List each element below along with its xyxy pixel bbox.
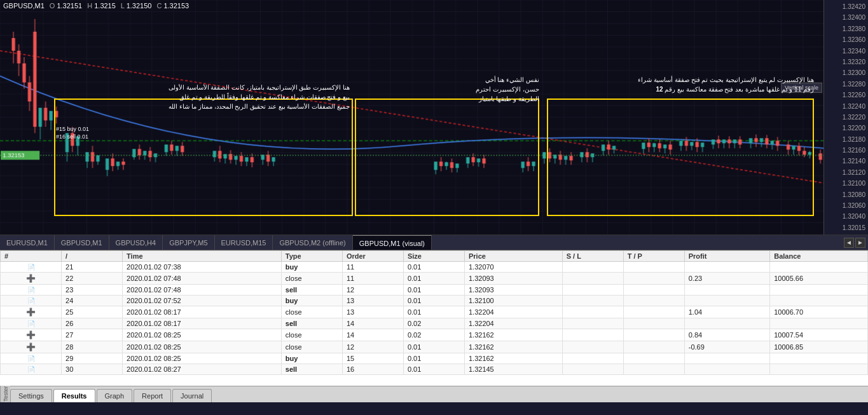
col-header--: / (62, 251, 123, 262)
bottom-tab-results[interactable]: Results (53, 389, 95, 402)
table-body: 📄212020.01.02 07:38buy110.011.32070➕2220… (1, 262, 868, 375)
bottom-tab-settings[interactable]: Settings (10, 389, 52, 402)
row-sl (562, 329, 623, 341)
row-time: 2020.01.02 08:25 (123, 353, 282, 364)
price-label: 1.32140 (824, 158, 868, 165)
symbol-label: GBPUSD,M1 (3, 2, 45, 10)
row-size: 0.01 (403, 285, 464, 296)
col-header-t---p: T / P (623, 251, 684, 262)
col-header-profit: Profit (684, 251, 769, 262)
row-order: 12 (342, 341, 403, 353)
table-row[interactable]: ➕222020.01.02 07:48close110.011.320930.2… (1, 273, 868, 285)
price-label: 1.32100 (824, 180, 868, 187)
bottom-tab-graph[interactable]: Graph (97, 389, 133, 402)
row-type: sell (281, 285, 342, 296)
ohlc-low: L 1.32150 (121, 2, 152, 10)
table-row[interactable]: ➕252020.01.02 08:17close130.011.322041.0… (1, 306, 868, 318)
col-header-type: Type (281, 251, 342, 262)
row-balance (770, 262, 868, 273)
price-label: 1.32180 (824, 136, 868, 143)
table-row[interactable]: 📄232020.01.02 07:48sell120.011.32093 (1, 285, 868, 296)
tab-prev-btn[interactable]: ◄ (844, 238, 854, 248)
row-profit: 0.23 (684, 273, 769, 285)
chart-tab-gbpusd-m2--offline-[interactable]: GBPUSD,M2 (offline) (273, 235, 352, 250)
row-icon: 📄 (1, 262, 62, 273)
row-sl (562, 341, 623, 353)
row-type: sell (281, 364, 342, 375)
row-profit: 0.84 (684, 329, 769, 341)
row-size: 0.02 (403, 329, 464, 341)
col-header-s---l: S / L (562, 251, 623, 262)
row-balance: 10006.70 (770, 306, 868, 318)
row-size: 0.01 (403, 353, 464, 364)
table-row[interactable]: 📄302020.01.02 08:27sell160.011.32145 (1, 364, 868, 375)
row-balance: 10005.66 (770, 273, 868, 285)
row-size: 0.01 (403, 262, 464, 273)
bottom-tabs-list[interactable]: SettingsResultsGraphReportJournal (10, 389, 213, 402)
row-price: 1.32093 (464, 285, 562, 296)
bottom-tab-report[interactable]: Report (134, 389, 171, 402)
chart-tab-gbpusd-m1--visual-[interactable]: GBPUSD,M1 (visual) (353, 235, 432, 250)
row-type: buy (281, 353, 342, 364)
chart-tab-nav[interactable]: ◄ ► (844, 238, 868, 248)
row-tp (623, 306, 684, 318)
bottom-tab-journal[interactable]: Journal (172, 389, 212, 402)
row-type: sell (281, 318, 342, 329)
price-label: 1.32300 (824, 69, 868, 76)
chart-tab-gbpusd-h4[interactable]: GBPUSD,H4 (109, 235, 163, 250)
row-sl (562, 262, 623, 273)
row-icon: 📄 (1, 296, 62, 306)
chart-area: GBPUSD,M1 O 1.32151 H 1.3215 L 1.32150 C… (0, 0, 868, 235)
row-sl (562, 296, 623, 306)
price-labels: 1.324201.324001.323801.323601.323401.323… (823, 0, 868, 235)
table-row[interactable]: 📄242020.01.02 07:52buy130.011.32100 (1, 296, 868, 306)
row-num: 22 (62, 273, 123, 285)
annotation-text-1: هنا الإكسبيرت طبق الإستراتيجية بامتياز، … (57, 83, 350, 111)
row-icon: ➕ (1, 329, 62, 341)
chart-tab-eurusd-m15[interactable]: EURUSD,M15 (215, 235, 273, 250)
row-time: 2020.01.02 07:48 (123, 285, 282, 296)
row-order: 11 (342, 273, 403, 285)
tab-next-btn[interactable]: ► (855, 238, 865, 248)
table-row[interactable]: 📄292020.01.02 08:25buy150.011.32162 (1, 353, 868, 364)
row-num: 29 (62, 353, 123, 364)
price-label: 1.32080 (824, 191, 868, 198)
row-order: 14 (342, 318, 403, 329)
chart-tab-gbpusd-m1[interactable]: GBPUSD,M1 (55, 235, 109, 250)
row-type: close (281, 329, 342, 341)
table-row[interactable]: ➕272020.01.02 08:25close140.021.321620.8… (1, 329, 868, 341)
results-area: #/TimeTypeOrderSizePriceS / LT / PProfit… (0, 250, 868, 386)
row-price: 1.32162 (464, 353, 562, 364)
row-num: 28 (62, 341, 123, 353)
row-profit (684, 318, 769, 329)
row-price: 1.32162 (464, 329, 562, 341)
col-header--: # (1, 251, 62, 262)
row-sl (562, 318, 623, 329)
row-price: 1.32204 (464, 318, 562, 329)
row-price: 1.32145 (464, 364, 562, 375)
row-tp (623, 273, 684, 285)
annotation-text-3: هنا الإكسبيرت لم يتبع الإستراتيجية بحيث … (547, 75, 814, 94)
bottom-tabs: Tester SettingsResultsGraphReportJournal (0, 386, 868, 402)
row-order: 15 (342, 353, 403, 364)
table-row[interactable]: 📄262020.01.02 08:17sell140.021.32204 (1, 318, 868, 329)
row-time: 2020.01.02 08:17 (123, 318, 282, 329)
chart-tab-eurusd-m1[interactable]: EURUSD,M1 (0, 235, 55, 250)
table-row[interactable]: 📄212020.01.02 07:38buy110.011.32070 (1, 262, 868, 273)
row-size: 0.02 (403, 318, 464, 329)
results-scroll[interactable]: #/TimeTypeOrderSizePriceS / LT / PProfit… (0, 250, 868, 386)
chart-tab-gbpjpy-m5[interactable]: GBPJPY,M5 (163, 235, 214, 250)
price-label: 1.32060 (824, 202, 868, 209)
col-header-size: Size (403, 251, 464, 262)
annotation-text-2: نفس الشيء هنا أخي حسن، الإكسبيرت احترم ا… (355, 75, 539, 104)
row-tp (623, 341, 684, 353)
price-label: 1.32280 (824, 81, 868, 88)
col-header-balance: Balance (770, 251, 868, 262)
row-balance: 10007.54 (770, 329, 868, 341)
row-icon: 📄 (1, 364, 62, 375)
row-icon: 📄 (1, 353, 62, 364)
table-row[interactable]: ➕282020.01.02 08:25close120.011.32162-0.… (1, 341, 868, 353)
row-balance (770, 353, 868, 364)
row-icon: ➕ (1, 306, 62, 318)
row-price: 1.32162 (464, 341, 562, 353)
